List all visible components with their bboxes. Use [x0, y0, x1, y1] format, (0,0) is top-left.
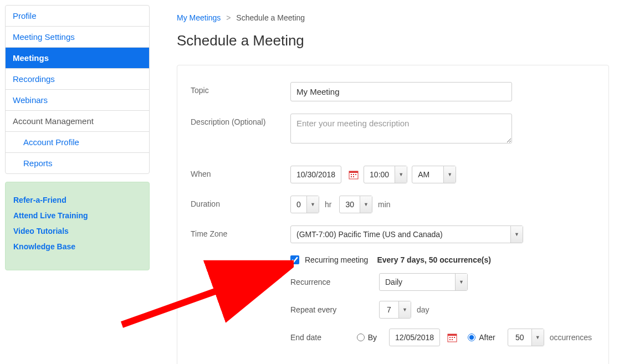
svg-rect-9	[449, 337, 451, 338]
end-by-label: By	[368, 333, 377, 342]
repeat-unit-label: day	[417, 305, 429, 314]
help-link-tutorials[interactable]: Video Tutorials	[13, 223, 141, 239]
chevron-down-icon: ▼	[531, 329, 544, 346]
chevron-down-icon: ▼	[443, 166, 456, 183]
timezone-select[interactable]: (GMT-7:00) Pacific Time (US and Canada) …	[290, 225, 523, 243]
when-ampm-select[interactable]: AM ▼	[412, 166, 456, 183]
duration-label: Duration	[191, 196, 290, 208]
occurrences-unit-label: occurrences	[550, 333, 592, 342]
end-after-label: After	[479, 333, 495, 342]
help-link-kb[interactable]: Knowledge Base	[13, 239, 141, 254]
svg-rect-2	[351, 174, 352, 175]
svg-rect-1	[349, 171, 358, 173]
svg-rect-11	[454, 337, 455, 338]
calendar-icon[interactable]	[348, 169, 359, 180]
svg-rect-8	[448, 334, 457, 336]
chevron-down-icon: ▼	[360, 196, 372, 213]
chevron-down-icon: ▼	[398, 301, 411, 318]
min-unit-label: min	[378, 200, 391, 209]
duration-min-select[interactable]: 30 ▼	[339, 196, 372, 213]
sidebar-section-account-management: Account Management	[6, 111, 149, 132]
repeat-label: Repeat every	[290, 305, 379, 314]
chevron-down-icon: ▼	[510, 226, 523, 243]
when-time-select[interactable]: 10:00 ▼	[364, 166, 407, 183]
svg-rect-4	[355, 174, 356, 175]
sidebar-item-meetings[interactable]: Meetings	[6, 48, 149, 69]
form-card: Topic Description (Optional) When 10/30/…	[177, 65, 609, 364]
nav-list: Profile Meeting Settings Meetings Record…	[5, 5, 150, 174]
breadcrumb-separator: >	[226, 13, 231, 22]
page-title: Schedule a Meeting	[177, 32, 624, 49]
topic-label: Topic	[191, 82, 290, 95]
sidebar-item-recordings[interactable]: Recordings	[6, 69, 149, 90]
duration-hr-select[interactable]: 0 ▼	[290, 196, 319, 213]
recurring-label: Recurring meeting	[305, 255, 368, 264]
recurring-checkbox[interactable]	[290, 255, 299, 264]
description-label: Description (Optional)	[191, 114, 290, 126]
sidebar-item-meeting-settings[interactable]: Meeting Settings	[6, 27, 149, 48]
help-box: Refer-a-Friend Attend Live Training Vide…	[5, 182, 150, 270]
svg-rect-12	[449, 339, 451, 340]
calendar-icon[interactable]	[447, 332, 458, 343]
help-link-training[interactable]: Attend Live Training	[13, 208, 141, 223]
breadcrumb: My Meetings > Schedule a Meeting	[177, 13, 624, 22]
recurrence-select[interactable]: Daily ▼	[379, 273, 468, 291]
when-date-input[interactable]: 10/30/2018	[290, 166, 341, 183]
svg-rect-3	[353, 174, 354, 175]
end-by-radio[interactable]	[357, 334, 365, 341]
end-after-value-select[interactable]: 50 ▼	[508, 329, 544, 346]
breadcrumb-current: Schedule a Meeting	[236, 13, 305, 22]
when-label: When	[191, 166, 290, 178]
sidebar: Profile Meeting Settings Meetings Record…	[0, 0, 155, 364]
recurring-summary: Every 7 days, 50 occurrence(s)	[377, 255, 490, 264]
chevron-down-icon: ▼	[455, 274, 467, 290]
breadcrumb-parent[interactable]: My Meetings	[177, 13, 221, 22]
end-after-radio[interactable]	[468, 334, 475, 341]
help-link-refer[interactable]: Refer-a-Friend	[13, 192, 141, 208]
svg-rect-5	[351, 176, 352, 177]
sidebar-item-webinars[interactable]: Webinars	[6, 90, 149, 111]
svg-rect-10	[452, 337, 453, 338]
end-by-date-input[interactable]: 12/05/2018	[389, 329, 440, 346]
timezone-label: Time Zone	[191, 225, 290, 238]
recurrence-label: Recurrence	[290, 278, 379, 286]
hr-unit-label: hr	[325, 200, 331, 209]
sidebar-item-account-profile[interactable]: Account Profile	[6, 132, 149, 153]
sidebar-item-profile[interactable]: Profile	[6, 6, 149, 27]
chevron-down-icon: ▼	[306, 196, 319, 213]
sidebar-item-reports[interactable]: Reports	[6, 153, 149, 173]
chevron-down-icon: ▼	[395, 166, 407, 183]
topic-input[interactable]	[290, 82, 512, 101]
repeat-value-select[interactable]: 7 ▼	[379, 301, 411, 319]
svg-rect-6	[353, 176, 354, 177]
description-input[interactable]	[290, 114, 512, 143]
recurrence-block: Recurrence Daily ▼ Repeat every 7 ▼	[290, 273, 595, 346]
end-date-label: End date	[290, 333, 357, 342]
main-content: My Meetings > Schedule a Meeting Schedul…	[155, 0, 624, 364]
svg-rect-13	[452, 339, 453, 340]
